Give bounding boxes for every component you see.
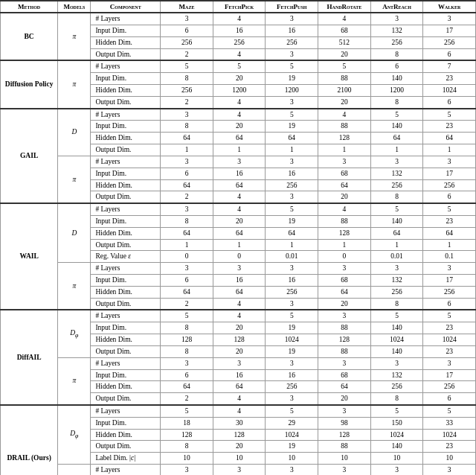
data-cell-fetchpick: 128: [213, 429, 266, 441]
data-cell-fetchpush: 5: [266, 109, 318, 121]
header-walker: Walker: [423, 1, 476, 13]
data-cell-maze: 6: [161, 369, 213, 381]
component-cell: Input Dim.: [91, 168, 161, 179]
data-cell-antreach: 140: [370, 322, 423, 334]
data-cell-antreach: 8: [370, 191, 423, 203]
data-cell-fetchpick: 64: [213, 286, 266, 298]
data-cell-maze: 128: [161, 334, 213, 346]
data-cell-walker: 23: [423, 345, 476, 357]
data-cell-handrotate: 4: [318, 203, 371, 215]
data-cell-maze: 3: [161, 263, 213, 275]
data-cell-walker: 17: [423, 275, 476, 287]
data-cell-antreach: 140: [370, 73, 423, 85]
data-cell-antreach: 256: [370, 381, 423, 393]
table-row: DiffAILDφ# Layers545355: [1, 310, 476, 322]
data-cell-walker: 6: [423, 48, 476, 60]
data-cell-fetchpick: 10: [213, 453, 266, 465]
data-cell-fetchpush: 3: [266, 393, 318, 405]
component-cell: # Layers: [91, 203, 161, 215]
component-cell: Hidden Dim.: [91, 179, 161, 191]
data-cell-fetchpick: 128: [213, 334, 266, 346]
data-cell-walker: 6: [423, 393, 476, 405]
header-antreach: AntReach: [370, 1, 423, 13]
data-cell-fetchpush: 3: [266, 263, 318, 275]
data-cell-fetchpush: 1: [266, 239, 318, 251]
data-cell-maze: 8: [161, 345, 213, 357]
data-cell-handrotate: 68: [318, 369, 371, 381]
data-cell-maze: 2: [161, 96, 213, 108]
data-cell-fetchpush: 5: [266, 310, 318, 322]
data-cell-handrotate: 20: [318, 298, 371, 310]
data-cell-walker: 17: [423, 168, 476, 179]
data-cell-fetchpush: 3: [266, 465, 318, 475]
component-cell: Output Dim.: [91, 393, 161, 405]
data-cell-antreach: 0.01: [370, 251, 423, 263]
data-cell-handrotate: 20: [318, 48, 371, 60]
data-cell-handrotate: 10: [318, 453, 371, 465]
data-cell-antreach: 132: [370, 369, 423, 381]
data-cell-handrotate: 68: [318, 25, 371, 36]
component-cell: Output Dim.: [91, 191, 161, 203]
data-cell-handrotate: 20: [318, 191, 371, 203]
data-cell-handrotate: 98: [318, 417, 371, 429]
data-cell-fetchpick: 4: [213, 405, 266, 417]
data-cell-fetchpick: 4: [213, 13, 266, 25]
header-handrotate: HandRotate: [318, 1, 371, 13]
data-cell-maze: 8: [161, 121, 213, 133]
data-cell-walker: 23: [423, 322, 476, 334]
data-cell-fetchpick: 64: [213, 179, 266, 191]
data-cell-fetchpick: 20: [213, 345, 266, 357]
data-cell-fetchpush: 256: [266, 286, 318, 298]
table-row: GAILD# Layers345455: [1, 109, 476, 121]
table-row: DRAIL (Ours)Dφ# Layers545355: [1, 405, 476, 417]
component-cell: # Layers: [91, 156, 161, 168]
data-cell-walker: 5: [423, 203, 476, 215]
component-cell: # Layers: [91, 405, 161, 417]
data-cell-handrotate: 128: [318, 334, 371, 346]
data-cell-walker: 10: [423, 453, 476, 465]
table-header: Method Models Component Maze FetchPick F…: [1, 1, 476, 13]
method-cell: Diffusion Policy: [1, 60, 58, 108]
table-row: Diffusion Policyπ# Layers555567: [1, 60, 476, 72]
component-cell: Input Dim.: [91, 121, 161, 133]
model-cell: π: [58, 13, 91, 60]
data-cell-fetchpush: 1024: [266, 334, 318, 346]
data-cell-fetchpush: 29: [266, 417, 318, 429]
table-row: π# Layers333333: [1, 465, 476, 475]
data-cell-fetchpick: 16: [213, 369, 266, 381]
data-cell-antreach: 1: [370, 239, 423, 251]
data-cell-handrotate: 88: [318, 215, 371, 227]
component-cell: Hidden Dim.: [91, 227, 161, 239]
component-cell: # Layers: [91, 310, 161, 322]
component-cell: Input Dim.: [91, 417, 161, 429]
data-cell-fetchpush: 5: [266, 203, 318, 215]
component-cell: Hidden Dim.: [91, 429, 161, 441]
data-cell-antreach: 256: [370, 36, 423, 48]
data-cell-fetchpush: 16: [266, 25, 318, 36]
data-cell-maze: 128: [161, 429, 213, 441]
data-cell-walker: 1: [423, 239, 476, 251]
data-cell-antreach: 8: [370, 48, 423, 60]
model-cell: D: [58, 203, 91, 263]
data-cell-maze: 64: [161, 381, 213, 393]
data-cell-handrotate: 1: [318, 144, 371, 156]
data-cell-antreach: 64: [370, 227, 423, 239]
component-cell: # Layers: [91, 263, 161, 275]
data-cell-fetchpick: 4: [213, 310, 266, 322]
data-cell-fetchpick: 4: [213, 203, 266, 215]
table-row: π# Layers333333: [1, 357, 476, 369]
data-cell-fetchpush: 64: [266, 227, 318, 239]
data-cell-maze: 64: [161, 179, 213, 191]
data-cell-antreach: 8: [370, 298, 423, 310]
data-cell-antreach: 1200: [370, 85, 423, 97]
data-cell-walker: 256: [423, 179, 476, 191]
component-cell: Output Dim.: [91, 96, 161, 108]
data-cell-fetchpick: 16: [213, 275, 266, 287]
component-cell: # Layers: [91, 357, 161, 369]
data-cell-fetchpush: 19: [266, 441, 318, 453]
data-cell-fetchpick: 64: [213, 381, 266, 393]
data-cell-fetchpick: 20: [213, 121, 266, 133]
data-cell-handrotate: 68: [318, 168, 371, 179]
data-cell-walker: 33: [423, 417, 476, 429]
data-cell-walker: 1: [423, 144, 476, 156]
